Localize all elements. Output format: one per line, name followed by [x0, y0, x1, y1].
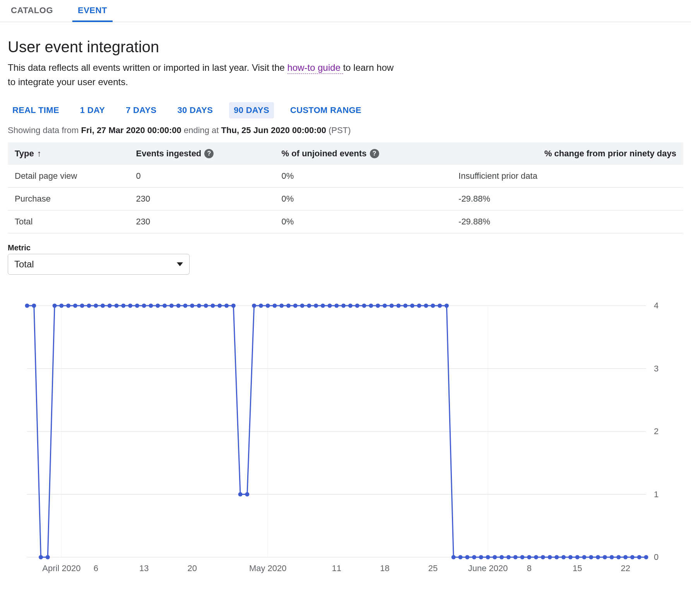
table-row: Total2300%-29.88% — [8, 210, 683, 233]
data-point — [534, 555, 538, 560]
data-point — [328, 304, 332, 308]
data-point — [335, 304, 339, 308]
data-point — [238, 492, 243, 496]
help-icon[interactable]: ? — [204, 149, 214, 158]
primary-tabs: CATALOG EVENT — [0, 0, 691, 22]
data-point — [397, 304, 401, 308]
th-unjoined[interactable]: % of unjoined events ? — [275, 142, 452, 165]
th-change[interactable]: % change from prior ninety days — [452, 142, 683, 165]
data-point — [582, 555, 587, 560]
events-tbody: Detail page view00%Insufficient prior da… — [8, 165, 683, 233]
x-tick-label: June 2020 — [468, 563, 508, 573]
data-point — [452, 555, 456, 560]
table-row: Purchase2300%-29.88% — [8, 188, 683, 210]
x-tick-label: 25 — [428, 563, 438, 573]
data-point — [245, 492, 249, 496]
data-point — [499, 555, 504, 560]
data-point — [300, 304, 304, 308]
th-events-ingested[interactable]: Events ingested ? — [129, 142, 275, 165]
tab-catalog[interactable]: CATALOG — [8, 0, 56, 22]
data-point — [279, 304, 284, 308]
tab-event[interactable]: EVENT — [75, 0, 110, 22]
cell-change: -29.88% — [452, 188, 683, 210]
th-type-label: Type — [15, 149, 34, 159]
y-tick-label: 0 — [654, 552, 659, 562]
range-tab-7-days[interactable]: 7 DAYS — [121, 102, 161, 118]
showing-end: Thu, 25 Jun 2020 00:00:00 — [221, 125, 326, 135]
data-point — [527, 555, 531, 560]
data-point — [108, 304, 112, 308]
data-point — [217, 304, 222, 308]
x-tick-label: 18 — [380, 563, 389, 573]
data-point — [603, 555, 607, 560]
help-icon[interactable]: ? — [370, 149, 379, 158]
data-point — [183, 304, 187, 308]
line-chart: 01234April 202061320May 2020111825June 2… — [8, 302, 673, 580]
data-point — [362, 304, 366, 308]
metric-value: Total — [14, 259, 34, 270]
data-point — [25, 304, 29, 308]
data-point — [390, 304, 394, 308]
data-point — [417, 304, 421, 308]
page-title: User event integration — [8, 38, 683, 56]
data-point — [73, 304, 77, 308]
x-tick-label: 6 — [94, 563, 98, 573]
x-tick-label: 13 — [139, 563, 149, 573]
data-point — [376, 304, 380, 308]
howto-guide-link[interactable]: how-to guide — [287, 62, 343, 74]
cell-type: Total — [8, 210, 129, 233]
data-point — [520, 555, 525, 560]
cell-type: Purchase — [8, 188, 129, 210]
th-change-label: % change from prior ninety days — [544, 149, 676, 158]
chevron-down-icon — [177, 262, 183, 266]
data-point — [486, 555, 490, 560]
data-point — [383, 304, 387, 308]
range-tab-custom-range[interactable]: CUSTOM RANGE — [286, 102, 366, 118]
data-point — [115, 304, 119, 308]
metric-select[interactable]: Total — [8, 254, 190, 275]
table-row: Detail page view00%Insufficient prior da… — [8, 165, 683, 188]
range-tab-90-days[interactable]: 90 DAYS — [229, 102, 274, 118]
range-tabs: REAL TIME1 DAY7 DAYS30 DAYS90 DAYSCUSTOM… — [8, 102, 683, 118]
data-point — [190, 304, 194, 308]
chart-container: 01234April 202061320May 2020111825June 2… — [8, 302, 683, 580]
sort-asc-icon: ↑ — [37, 149, 41, 159]
cell-change: Insufficient prior data — [452, 165, 683, 188]
data-point — [211, 304, 215, 308]
data-point — [128, 304, 132, 308]
data-point — [32, 304, 36, 308]
showing-start: Fri, 27 Mar 2020 00:00:00 — [81, 125, 181, 135]
data-point — [314, 304, 318, 308]
data-point — [87, 304, 91, 308]
x-tick-label: April 2020 — [42, 563, 80, 573]
data-point — [644, 555, 648, 560]
data-point — [541, 555, 545, 560]
range-tab-1-day[interactable]: 1 DAY — [75, 102, 109, 118]
data-point — [156, 304, 160, 308]
data-point — [135, 304, 139, 308]
data-point — [438, 304, 442, 308]
data-point — [610, 555, 614, 560]
data-point — [341, 304, 346, 308]
data-point — [479, 555, 483, 560]
range-tab-30-days[interactable]: 30 DAYS — [173, 102, 217, 118]
data-point — [53, 304, 57, 308]
data-point — [121, 304, 125, 308]
data-point — [80, 304, 84, 308]
data-point — [596, 555, 600, 560]
data-point — [348, 304, 352, 308]
th-type[interactable]: Type ↑ — [8, 142, 129, 165]
data-point — [266, 304, 270, 308]
data-point — [623, 555, 628, 560]
data-point — [197, 304, 201, 308]
range-tab-real-time[interactable]: REAL TIME — [8, 102, 64, 118]
data-point — [493, 555, 497, 560]
data-point — [424, 304, 428, 308]
data-point — [554, 555, 559, 560]
x-tick-label: May 2020 — [249, 563, 287, 573]
data-point — [568, 555, 573, 560]
data-point — [176, 304, 181, 308]
data-point — [403, 304, 407, 308]
x-tick-label: 22 — [621, 563, 630, 573]
cell-unjoined: 0% — [275, 210, 452, 233]
